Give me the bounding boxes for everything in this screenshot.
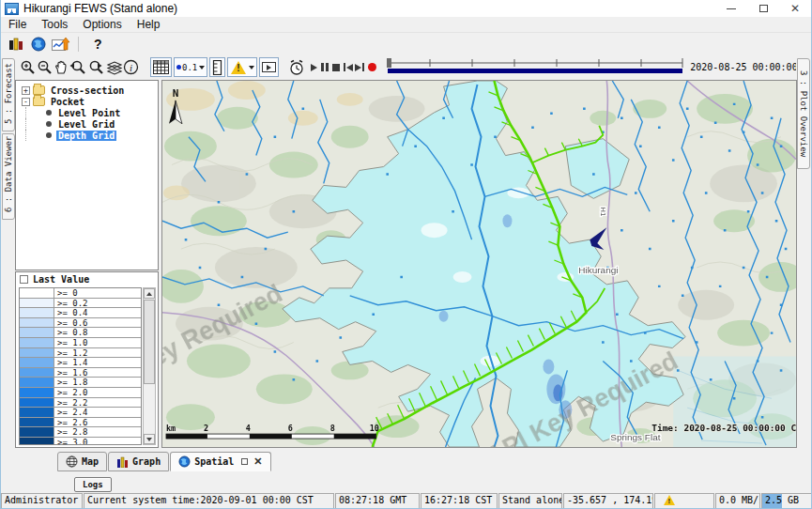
last-step-button[interactable] bbox=[355, 57, 364, 77]
scrollbar-thumb[interactable] bbox=[144, 300, 155, 384]
legend-row[interactable]: >= 1.4 bbox=[20, 358, 141, 368]
legend-row[interactable]: >= 2.6 bbox=[20, 418, 141, 428]
explorer-button[interactable] bbox=[5, 35, 27, 54]
skip-to-start-icon bbox=[344, 63, 353, 71]
legend-row[interactable]: >= 0.2 bbox=[20, 299, 141, 309]
last-value-checkbox[interactable] bbox=[20, 275, 28, 284]
status-memory: 2.5 GB bbox=[761, 493, 812, 509]
movie-icon bbox=[262, 62, 276, 72]
menu-bar: File Tools Options Help bbox=[1, 17, 811, 33]
legend-row[interactable]: >= 0.4 bbox=[20, 308, 141, 318]
animation-settings-button[interactable] bbox=[288, 57, 305, 77]
main-toolbar: ? bbox=[1, 33, 811, 54]
legend-row[interactable]: >= 1.8 bbox=[20, 378, 141, 388]
timeline-slider[interactable] bbox=[386, 57, 684, 77]
tree-item-level-point[interactable]: Level Point bbox=[16, 107, 158, 118]
label-road-h1: H1 bbox=[599, 207, 607, 217]
help-button[interactable]: ? bbox=[84, 37, 112, 52]
legend-row[interactable]: >= 2.2 bbox=[20, 398, 141, 409]
legend-row[interactable]: >= 2.4 bbox=[20, 408, 141, 418]
warning-dropdown-button[interactable] bbox=[227, 57, 257, 77]
zoom-previous-button[interactable] bbox=[69, 57, 87, 77]
skip-to-end-icon bbox=[355, 63, 364, 71]
timeseries-dialog-button[interactable] bbox=[50, 35, 72, 54]
globe-wireframe-icon bbox=[66, 455, 78, 468]
chevron-down-icon bbox=[249, 66, 254, 69]
stop-button[interactable] bbox=[332, 57, 340, 77]
zoom-next-button[interactable] bbox=[87, 57, 106, 77]
legend-table: >= 0 >= 0.2 >= 0.4 >= 0.6 >= 0.8 >= 1.0 … bbox=[19, 287, 142, 445]
warning-icon bbox=[231, 61, 246, 74]
zoom-in-button[interactable] bbox=[20, 57, 37, 77]
threshold-value: 0.1 bbox=[182, 63, 197, 72]
map-display-button[interactable] bbox=[27, 35, 50, 54]
legend-row[interactable]: >= 2.0 bbox=[20, 388, 141, 398]
pan-button[interactable] bbox=[54, 57, 69, 77]
legend-row[interactable]: >= 1.6 bbox=[20, 368, 141, 378]
legend-swatch bbox=[20, 427, 54, 437]
tree-item-pocket[interactable]: - Pocket bbox=[16, 96, 158, 107]
node-bullet-icon bbox=[46, 110, 52, 116]
zoom-out-button[interactable] bbox=[37, 57, 54, 77]
minimize-button[interactable] bbox=[715, 0, 747, 17]
legend-swatch bbox=[20, 378, 54, 387]
svg-text:4: 4 bbox=[246, 424, 251, 433]
chevron-down-icon bbox=[199, 66, 205, 69]
legend-row[interactable]: >= 3.0 bbox=[20, 438, 141, 445]
movie-export-button[interactable] bbox=[259, 57, 279, 77]
menu-tools[interactable]: Tools bbox=[34, 17, 75, 32]
map-viewport[interactable]: API Key Required API Key Required N Hiku… bbox=[161, 80, 797, 448]
node-bullet-icon bbox=[46, 132, 52, 138]
tree-connector bbox=[25, 130, 46, 141]
info-button[interactable]: i bbox=[123, 57, 139, 77]
legend-swatch bbox=[20, 338, 54, 347]
tree-item-depth-grid[interactable]: Depth Grid bbox=[16, 130, 158, 141]
tab-map[interactable]: Map bbox=[57, 452, 107, 471]
legend-row[interactable]: >= 1.2 bbox=[20, 348, 141, 359]
legend-row[interactable]: >= 2.8 bbox=[20, 427, 141, 438]
scroll-down-button[interactable] bbox=[144, 434, 155, 444]
logs-button[interactable]: Logs bbox=[74, 477, 112, 492]
float-panel-icon[interactable] bbox=[241, 458, 248, 465]
legend-swatch bbox=[20, 318, 54, 328]
tab-graph[interactable]: Graph bbox=[108, 452, 169, 471]
legend-label: >= 3.0 bbox=[54, 438, 141, 445]
maximize-button[interactable] bbox=[747, 0, 779, 17]
status-warning-cell[interactable]: ! bbox=[654, 493, 714, 509]
last-value-checkbox-row[interactable]: Last Value bbox=[16, 272, 158, 286]
legend-row[interactable]: >= 0.6 bbox=[20, 318, 141, 329]
legend-label: >= 0.8 bbox=[54, 328, 141, 337]
tab-spatial[interactable]: Spatial ✕ bbox=[170, 452, 270, 471]
play-button[interactable] bbox=[311, 57, 317, 77]
legend-scrollbar[interactable] bbox=[143, 287, 156, 445]
stop-icon bbox=[332, 64, 340, 71]
pause-button[interactable] bbox=[321, 57, 329, 77]
legend-swatch bbox=[20, 398, 54, 408]
record-button[interactable] bbox=[368, 57, 376, 77]
expand-icon[interactable]: + bbox=[22, 86, 30, 95]
scale-ruler-button[interactable] bbox=[209, 57, 225, 77]
menu-file[interactable]: File bbox=[1, 17, 34, 32]
globe-icon bbox=[31, 37, 46, 52]
legend-label: >= 0 bbox=[54, 288, 141, 298]
legend-swatch bbox=[20, 358, 54, 367]
status-gmt-time: 08:27:18 GMT bbox=[335, 493, 420, 509]
grid-display-button[interactable] bbox=[150, 57, 172, 77]
scroll-up-button[interactable] bbox=[144, 288, 155, 299]
close-tab-icon[interactable]: ✕ bbox=[253, 455, 262, 468]
first-step-button[interactable] bbox=[344, 57, 353, 77]
menu-help[interactable]: Help bbox=[130, 17, 168, 32]
legend-label: >= 0.6 bbox=[54, 318, 141, 328]
layers-button[interactable] bbox=[106, 57, 123, 77]
title-bar: Hikurangi FEWS (Stand alone) ✕ bbox=[1, 0, 811, 17]
label-springs-flat: Springs Flat bbox=[610, 432, 660, 442]
legend-row[interactable]: >= 0 bbox=[20, 288, 141, 299]
menu-options[interactable]: Options bbox=[75, 17, 129, 32]
close-button[interactable]: ✕ bbox=[779, 0, 811, 17]
legend-row[interactable]: >= 1.0 bbox=[20, 338, 141, 348]
tree-item-level-grid[interactable]: Level Grid bbox=[16, 118, 158, 130]
threshold-dropdown-button[interactable]: 0.1 bbox=[174, 57, 207, 77]
collapse-icon[interactable]: - bbox=[22, 98, 30, 106]
legend-row[interactable]: >= 0.8 bbox=[20, 328, 141, 338]
legend-label: >= 2.4 bbox=[54, 408, 141, 417]
